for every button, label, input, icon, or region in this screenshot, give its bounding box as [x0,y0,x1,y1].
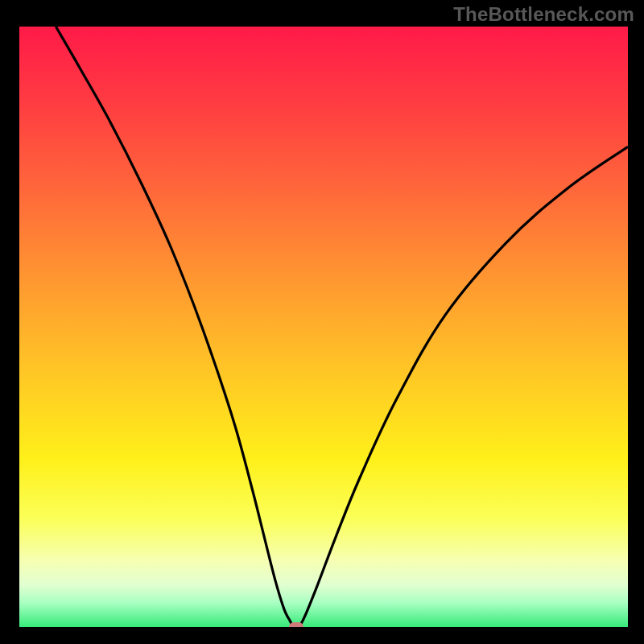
curve-right-branch [299,147,628,627]
watermark-text: TheBottleneck.com [453,3,634,26]
chart-frame: TheBottleneck.com [0,0,644,644]
bottleneck-curve [19,27,628,627]
optimum-marker [289,622,303,627]
curve-left-branch [56,27,293,627]
plot-area [19,27,628,627]
